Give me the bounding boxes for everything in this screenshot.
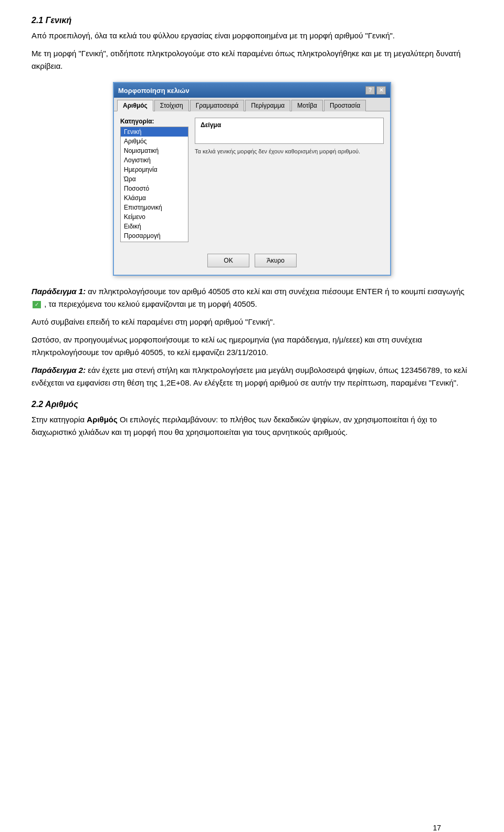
cancel-button[interactable]: Άκυρο (255, 254, 297, 267)
tab-number[interactable]: Αριθμός (117, 100, 153, 111)
list-item-time[interactable]: Ώρα (121, 174, 188, 184)
intro-paragraph-1: Από προεπιλογή, όλα τα κελιά του φύλλου … (32, 29, 472, 42)
dialog-tabs: Αριθμός Στοίχιση Γραμματοσειρά Περίγραμμ… (114, 98, 390, 111)
page-number: 17 (433, 824, 441, 832)
tab-pattern[interactable]: Μοτίβα (291, 100, 323, 111)
intro-paragraph-2: Με τη μορφή "Γενική", οτιδήποτε πληκτρολ… (32, 47, 472, 72)
example2-paragraph: Παράδειγμα 2: εάν έχετε μια στενή στήλη … (32, 364, 472, 389)
list-label: Κατηγορία: (120, 118, 188, 125)
right-panel: Δείγμα Τα κελιά γενικής μορφής δεν έχουν… (195, 118, 384, 242)
example1-paragraph3: Ωστόσο, αν προηγουμένως μορφοποιήσουμε τ… (32, 334, 472, 359)
section22-paragraph: Στην κατηγορία Αριθμός Οι επιλογές περιλ… (32, 413, 472, 439)
close-button[interactable]: ✕ (376, 86, 386, 95)
list-item-currency[interactable]: Νομισματική (121, 146, 188, 155)
example1-label: Παράδειγμα 1: (32, 287, 86, 296)
help-button[interactable]: ? (365, 86, 375, 95)
list-panel: Κατηγορία: Γενική Αριθμός Νομισματική Λο… (120, 118, 188, 242)
list-item-scientific[interactable]: Επιστημονική (121, 203, 188, 212)
dialog-content: Κατηγορία: Γενική Αριθμός Νομισματική Λο… (120, 118, 384, 242)
section22-title: 2.2 Αριθμός (32, 400, 472, 409)
example2-text: εάν έχετε μια στενή στήλη και πληκτρολογ… (32, 366, 467, 387)
list-item-custom[interactable]: Προσαρμογή (121, 231, 188, 241)
list-item-general[interactable]: Γενική (121, 127, 188, 137)
list-item-accounting[interactable]: Λογιστική (121, 155, 188, 165)
ok-button[interactable]: OK (207, 254, 249, 267)
category-listbox[interactable]: Γενική Αριθμός Νομισματική Λογιστική Ημε… (120, 127, 188, 242)
example1-text2: , τα περιεχόμενα του κελιού εμφανίζονται… (44, 299, 257, 308)
tab-alignment[interactable]: Στοίχιση (154, 100, 189, 111)
tab-font[interactable]: Γραμματοσειρά (190, 100, 245, 111)
list-item-fraction[interactable]: Κλάσμα (121, 193, 188, 203)
sample-label: Δείγμα (201, 121, 378, 129)
list-item-text[interactable]: Κείμενο (121, 212, 188, 222)
example1-text: αν πληκτρολογήσουμε τον αριθμό 40505 στο… (88, 287, 464, 296)
list-item-percentage[interactable]: Ποσοστό (121, 184, 188, 193)
titlebar-buttons: ? ✕ (365, 86, 386, 95)
dialog-title: Μορφοποίηση κελιών (118, 87, 190, 95)
list-item-special[interactable]: Ειδική (121, 222, 188, 231)
example2-label: Παράδειγμα 2: (32, 366, 86, 375)
section-title: 2.1 Γενική (32, 16, 472, 25)
section22-text-bold: Αριθμός (87, 415, 118, 424)
sample-area: Δείγμα (195, 118, 384, 144)
tab-protection[interactable]: Προστασία (324, 100, 366, 111)
dialog-titlebar: Μορφοποίηση κελιών ? ✕ (114, 83, 390, 98)
dialog-wrapper: Μορφοποίηση κελιών ? ✕ Αριθμός Στοίχιση … (32, 82, 472, 276)
example1-paragraph2: Αυτό συμβαίνει επειδή το κελί παραμένει … (32, 316, 472, 328)
dialog-body: Κατηγορία: Γενική Αριθμός Νομισματική Λο… (114, 111, 390, 248)
example1-paragraph: Παράδειγμα 1: αν πληκτρολογήσουμε τον αρ… (32, 285, 472, 310)
tab-border[interactable]: Περίγραμμα (245, 100, 290, 111)
list-item-number[interactable]: Αριθμός (121, 137, 188, 146)
section22-text-prefix: Στην κατηγορία (32, 415, 87, 424)
sample-description: Τα κελιά γενικής μορφής δεν έχουν καθορι… (195, 148, 384, 154)
enter-icon: ✓ (33, 301, 41, 308)
format-cells-dialog[interactable]: Μορφοποίηση κελιών ? ✕ Αριθμός Στοίχιση … (113, 82, 391, 276)
list-item-date[interactable]: Ημερομηνία (121, 165, 188, 174)
dialog-footer: OK Άκυρο (114, 248, 390, 275)
